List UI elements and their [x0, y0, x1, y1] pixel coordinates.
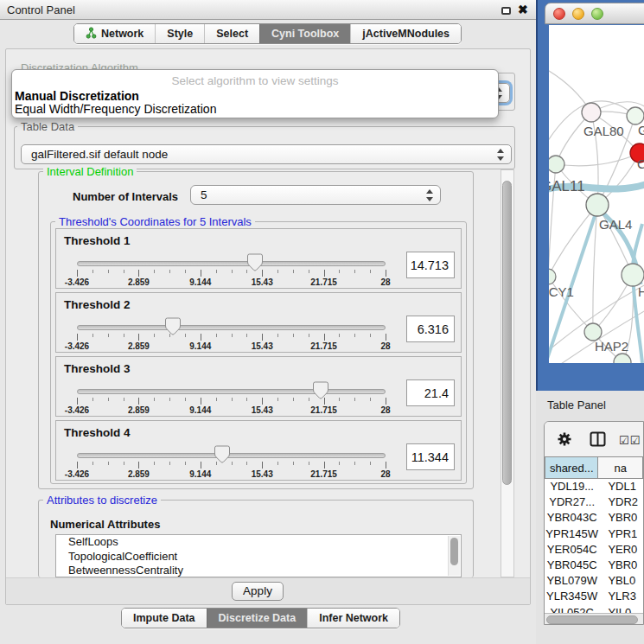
node-gal4[interactable]: [586, 194, 609, 216]
tab-style[interactable]: Style: [155, 24, 204, 43]
node-top-right[interactable]: [627, 107, 644, 124]
table-row[interactable]: YIL052CYIL0: [545, 605, 643, 614]
attributes-list-scrollbar-thumb[interactable]: [450, 538, 458, 565]
tick-mark: [138, 334, 139, 341]
table-horizontal-scrollbar-thumb[interactable]: [546, 615, 638, 624]
cell-name[interactable]: YIL0: [599, 605, 643, 614]
close-icon[interactable]: ✖: [518, 3, 528, 16]
num-intervals-label: Number of Intervals: [73, 190, 178, 203]
cell-shared-name[interactable]: YER054C: [545, 542, 599, 558]
attribute-list-item[interactable]: TopologicalCoefficient: [56, 550, 461, 564]
cell-shared-name[interactable]: YPR145W: [545, 526, 599, 542]
cell-shared-name[interactable]: YIL052C: [545, 605, 599, 614]
network-canvas[interactable]: GAL80 GA C GAL11 GAL4 GCY1 H HAP2: [549, 25, 644, 363]
cell-name[interactable]: YER0: [599, 542, 643, 558]
minimize-traffic-light[interactable]: [572, 8, 584, 20]
slider-track[interactable]: [77, 453, 386, 458]
tab-cyni-toolbox[interactable]: Cyni Toolbox: [259, 24, 350, 43]
close-traffic-light[interactable]: [553, 8, 565, 20]
popup-option-manual-discretization[interactable]: Manual Discretization: [15, 89, 139, 103]
float-window-icon[interactable]: [501, 7, 511, 15]
table-horizontal-scrollbar[interactable]: [545, 613, 643, 625]
zoom-traffic-light[interactable]: [591, 8, 603, 20]
slider-handle[interactable]: [246, 253, 263, 271]
cell-shared-name[interactable]: YDR27...: [545, 494, 599, 510]
axis-tick-label: 28: [380, 341, 390, 351]
tick-mark: [154, 398, 155, 401]
cell-name[interactable]: YLR3: [599, 589, 643, 604]
settings-scrollbar-thumb[interactable]: [502, 181, 512, 485]
split-columns-icon[interactable]: [590, 431, 606, 450]
tab-jactivemnodules[interactable]: jActiveMNodules: [350, 24, 461, 43]
gear-icon[interactable]: [557, 431, 572, 450]
tab-select[interactable]: Select: [204, 24, 259, 43]
slider-handle[interactable]: [214, 445, 230, 463]
cell-shared-name[interactable]: YBL079W: [545, 573, 599, 589]
node-gcy1[interactable]: [549, 269, 556, 284]
attribute-list-item[interactable]: BetweennessCentrality: [56, 564, 461, 577]
threshold-value-field[interactable]: [406, 443, 455, 470]
node-label: GA: [638, 123, 644, 137]
threshold-3-panel: Threshold 3 -3.4262.8599.14415.4321.7152…: [55, 356, 462, 417]
node-gal11[interactable]: [549, 156, 564, 173]
tick-mark: [262, 334, 263, 341]
node-label: GAL80: [583, 124, 624, 138]
cell-name[interactable]: YPR1: [599, 526, 643, 542]
axis-tick-label: 21.715: [310, 277, 337, 287]
table-rows[interactable]: YDL19...YDL1YDR27...YDR2YBR043CYBR0YPR14…: [545, 479, 643, 613]
apply-button[interactable]: Apply: [232, 582, 284, 601]
slider-track[interactable]: [77, 389, 386, 394]
column-header-name[interactable]: na: [598, 456, 643, 479]
tick-mark: [262, 398, 263, 405]
slider-track[interactable]: [77, 261, 386, 266]
cell-name[interactable]: YDR2: [599, 494, 643, 510]
node-h[interactable]: [622, 264, 644, 286]
cell-name[interactable]: YDL1: [599, 479, 643, 494]
cell-shared-name[interactable]: YDL19...: [545, 479, 599, 494]
threshold-value-field[interactable]: [406, 316, 455, 342]
table-row[interactable]: YER054CYER0: [545, 542, 643, 558]
threshold-value-field[interactable]: [406, 379, 455, 406]
table-row[interactable]: YBR043CYBR0: [545, 510, 643, 526]
node-bottom[interactable]: [614, 354, 631, 363]
tab-impute-data[interactable]: Impute Data: [122, 609, 207, 628]
tick-mark: [309, 270, 309, 273]
table-row[interactable]: YBR045CYBR0: [545, 558, 643, 573]
table-row[interactable]: YBL079WYBL0: [545, 573, 643, 589]
table-row[interactable]: YDL19...YDL1: [545, 479, 643, 494]
attributes-list-scrollbar[interactable]: [448, 536, 460, 576]
settings-scrollbar[interactable]: [501, 169, 514, 577]
cell-name[interactable]: YBL0: [599, 573, 643, 589]
table-row[interactable]: YLR345WYLR3: [545, 589, 643, 604]
table-row[interactable]: YDR27...YDR2: [545, 494, 643, 510]
popup-option-equal-width-frequency[interactable]: Equal Width/Frequency Discretization: [15, 102, 216, 116]
num-intervals-combo[interactable]: 5: [190, 185, 441, 205]
node-label: GAL11: [549, 178, 585, 194]
column-header-shared-name[interactable]: shared...: [545, 456, 598, 479]
tab-infer-network[interactable]: Infer Network: [307, 609, 399, 628]
slider-track[interactable]: [77, 325, 386, 330]
tab-network[interactable]: Network: [74, 24, 155, 43]
cell-shared-name[interactable]: YBR045C: [545, 558, 599, 573]
table-row[interactable]: YPR145WYPR1: [545, 526, 643, 542]
network-window-titlebar: [545, 3, 644, 24]
cell-shared-name[interactable]: YBR043C: [545, 510, 599, 526]
cell-shared-name[interactable]: YLR345W: [545, 589, 599, 604]
tick-mark: [324, 462, 325, 469]
threshold-value-field[interactable]: [406, 252, 455, 278]
slider-handle[interactable]: [164, 317, 181, 335]
attribute-list-item[interactable]: SelfLoops: [56, 535, 461, 550]
tab-discretize-data[interactable]: Discretize Data: [207, 609, 308, 628]
show-columns-checkboxes-icon[interactable]: ☑☑: [619, 434, 641, 447]
tick-mark: [216, 334, 217, 337]
tick-mark: [108, 398, 109, 401]
combo-arrows-icon: [426, 188, 433, 202]
cell-name[interactable]: YBR0: [599, 510, 643, 526]
numerical-attributes-label: Numerical Attributes: [50, 518, 160, 531]
node-gal80[interactable]: [582, 103, 601, 122]
cell-name[interactable]: YBR0: [599, 558, 643, 573]
table-data-combo[interactable]: galFiltered.sif default node: [21, 144, 512, 164]
node-hap2[interactable]: [584, 323, 602, 341]
numerical-attributes-list[interactable]: SelfLoopsTopologicalCoefficientBetweenne…: [55, 534, 462, 577]
slider-handle[interactable]: [313, 381, 329, 399]
